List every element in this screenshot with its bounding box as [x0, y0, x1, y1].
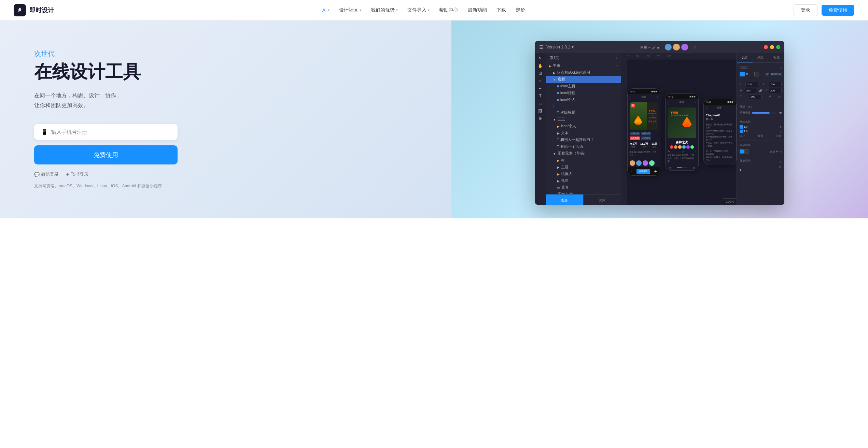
select-tool[interactable]: ↖: [538, 56, 542, 61]
layer-item[interactable]: T: [546, 103, 621, 109]
panel-tab[interactable]: 资源: [584, 194, 621, 205]
hand-tool[interactable]: ✋: [538, 63, 543, 68]
layer-item[interactable]: T 开始一个活动: [546, 143, 621, 150]
nav-item-advantages[interactable]: 我们的优势 ▾: [371, 7, 398, 13]
tab-prototype[interactable]: 原型: [753, 53, 768, 62]
back-button[interactable]: ‹: [630, 96, 631, 99]
page-label: 第1页 +: [546, 53, 621, 62]
layer-label: 机器人: [561, 172, 572, 176]
w-input[interactable]: [744, 88, 757, 93]
layer-item[interactable]: ▶ icon/个人: [546, 123, 621, 130]
start-reading-button[interactable]: 继续阅读: [636, 169, 650, 174]
feishu-login-link[interactable]: ✈ 飞书登录: [66, 171, 88, 177]
close-button[interactable]: [764, 45, 768, 49]
tab-design[interactable]: 设计: [737, 53, 753, 62]
logo-icon: [14, 4, 26, 16]
component-tool[interactable]: ⊕: [538, 116, 542, 121]
share-icon-2[interactable]: ↑: [695, 101, 696, 104]
panel-tab-active[interactable]: 图层: [546, 194, 584, 205]
phone-input-wrap: 📱: [34, 124, 178, 140]
layer-item[interactable]: T 和别人一起狂欢节！: [546, 136, 621, 143]
nav-item-features[interactable]: 最新功能: [468, 7, 487, 13]
avatar: [630, 160, 635, 166]
hamburger-icon: ☰: [539, 44, 544, 50]
link-icon: 🔗: [759, 89, 762, 92]
r-input[interactable]: [749, 94, 762, 99]
shape-tool[interactable]: ○: [539, 78, 542, 83]
hero-platforms: 支持网页端、macOS、Windows、Linux、iOS、Android 和微…: [34, 183, 178, 189]
nav-item-help[interactable]: 帮助中心: [439, 7, 458, 13]
layer-label: 状态机/iOS深色适用: [557, 70, 590, 75]
login-button[interactable]: 登录: [794, 4, 817, 16]
header-actions: 登录 免费使用: [794, 4, 854, 16]
chevron-down-icon: ▾: [328, 8, 330, 12]
frame-tool[interactable]: ⊡: [538, 71, 542, 76]
color-preview-d: [740, 72, 745, 76]
layer-item[interactable]: T 次级标题: [546, 109, 621, 116]
layer-item[interactable]: ▶ 主页 +: [546, 62, 621, 69]
folder-icon: ▶: [557, 131, 560, 135]
section-position: X Y W 🔗 H R: [737, 79, 784, 102]
comment-icon[interactable]: 💬: [654, 170, 657, 173]
layer-label: 主题: [561, 165, 569, 170]
section-fill: 自定义 ▾ D 超出画框隐藏: [737, 63, 784, 79]
layer-item[interactable]: ▶ 孔雀: [546, 177, 621, 184]
hero-cta-button[interactable]: 免费使用: [34, 145, 178, 164]
layer-item[interactable]: ▼ 三三: [546, 116, 621, 123]
hero-right: ☰ Version 1.0.1 ▾ ⊕ ⊞ ↔ 🖊 ☁ ✓: [451, 20, 868, 218]
canvas-area[interactable]: 0 50 100 200 300 9:41 ◼◼◼: [621, 53, 737, 205]
free-use-button[interactable]: 免费使用: [822, 5, 854, 16]
logo[interactable]: 即时设计: [14, 4, 54, 16]
nav-item-ai[interactable]: Ai ▾: [322, 8, 330, 13]
nav-item-download[interactable]: 下载: [496, 7, 506, 13]
ruler-left: [621, 59, 627, 205]
rect-tool[interactable]: ▭: [538, 101, 542, 106]
layer-item-active[interactable]: ▼ 底栏: [546, 76, 621, 83]
text-icon: T: [557, 111, 559, 115]
image-tool[interactable]: 🖼: [538, 109, 542, 113]
layer-item[interactable]: icon/行程: [546, 90, 621, 97]
logo-text: 即时设计: [29, 6, 54, 14]
layer-item[interactable]: icon/个人: [546, 97, 621, 103]
back-button-3[interactable]: ‹: [706, 106, 707, 110]
layer-item[interactable]: ▶ 机器人: [546, 171, 621, 177]
zoom-level[interactable]: 100%: [726, 200, 734, 203]
layer-item[interactable]: ▼ 图案元素（草稿）: [546, 150, 621, 157]
book-stats: 9.8万 字数 11.2万 人气 31分 评价: [630, 142, 658, 149]
layer-item[interactable]: ▼ 图文卡片: [546, 191, 621, 194]
menu-icon-3[interactable]: ⋯: [731, 106, 734, 110]
wechat-login-link[interactable]: 💬 微信登录: [34, 171, 59, 177]
folder-icon: ▶: [549, 64, 551, 68]
layer-item[interactable]: ▶ 主题: [546, 164, 621, 171]
layer-item[interactable]: ▶ 树: [546, 157, 621, 164]
h-input[interactable]: [769, 88, 782, 93]
component-icon: [557, 99, 559, 101]
nav-item-pricing[interactable]: 定价: [516, 7, 525, 13]
y-input[interactable]: [769, 82, 782, 87]
layers-panel: 第1页 + ▶ 主页 + ▶ 状态机/iOS深色适用: [546, 53, 621, 205]
phone-input[interactable]: [51, 129, 171, 135]
maximize-button[interactable]: [776, 45, 780, 49]
layer-item[interactable]: ▭ 背景: [546, 184, 621, 191]
share-icon[interactable]: ↑: [657, 96, 658, 99]
layer-item[interactable]: ▶ 状态机/iOS深色适用: [546, 69, 621, 76]
left-toolbar: ↖ ✋ ⊡ ○ ✒ T ▭ 🖼 ⊕: [535, 53, 546, 205]
layer-label: icon/行程: [560, 91, 575, 96]
back-button-2[interactable]: ‹: [668, 101, 669, 104]
pen-tool[interactable]: ✒: [538, 86, 542, 91]
text-tool[interactable]: T: [539, 93, 542, 98]
add-page-icon[interactable]: +: [615, 56, 617, 60]
x-input[interactable]: [745, 82, 758, 87]
book-title: 森林之火: [668, 140, 696, 145]
nav-item-import[interactable]: 文件导入 ▾: [407, 7, 430, 13]
layer-label: icon/个人: [561, 124, 576, 129]
download-icon[interactable]: ↓: [631, 170, 632, 172]
expand-icon[interactable]: ▾: [780, 67, 782, 70]
tab-annotation[interactable]: 标注: [769, 53, 784, 62]
nav-item-community[interactable]: 设计社区 ▾: [339, 7, 361, 13]
layer-item[interactable]: icon/主页: [546, 83, 621, 90]
expand-icon-2[interactable]: ⊡: [779, 165, 782, 168]
layer-item[interactable]: ▶ 文本: [546, 130, 621, 136]
minimize-button[interactable]: [770, 45, 774, 49]
design-tool-mockup: ☰ Version 1.0.1 ▾ ⊕ ⊞ ↔ 🖊 ☁ ✓: [535, 41, 784, 205]
